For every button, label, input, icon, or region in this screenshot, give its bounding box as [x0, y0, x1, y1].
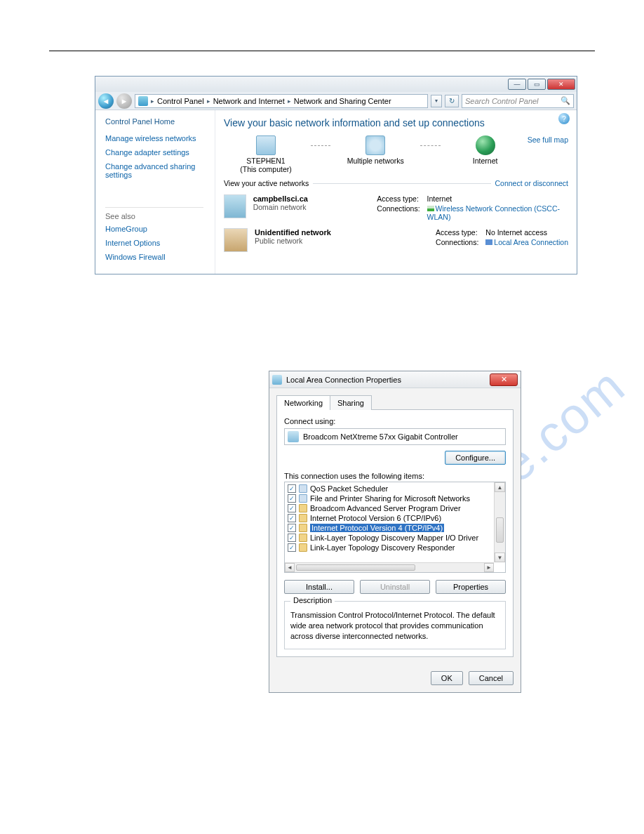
breadcrumb-item[interactable]: Network and Sharing Center: [294, 97, 391, 105]
breadcrumb-sep: ▸: [286, 98, 293, 105]
lan-properties-dialog: Local Area Connection Properties ✕ Netwo…: [269, 371, 521, 693]
checkbox[interactable]: ✓: [288, 534, 296, 542]
install-button[interactable]: Install...: [284, 580, 354, 594]
adapter-icon: [288, 431, 299, 442]
map-node-multiple: Multiple networks: [333, 135, 417, 165]
configure-button[interactable]: Configure...: [445, 451, 506, 465]
active-networks-header: View your active networks Connect or dis…: [224, 179, 568, 187]
see-also-link[interactable]: Internet Options: [105, 239, 215, 247]
connection-link[interactable]: Local Area Connection: [485, 238, 568, 246]
checkbox[interactable]: ✓: [288, 494, 296, 503]
search-input[interactable]: Search Control Panel 🔍: [462, 94, 574, 108]
access-type-label: Access type:: [377, 194, 420, 203]
list-item[interactable]: ✓Link-Layer Topology Discovery Mapper I/…: [286, 533, 492, 543]
sidebar-link[interactable]: Change adapter settings: [105, 148, 215, 157]
search-icon: 🔍: [561, 96, 570, 105]
domain-network-icon: [224, 194, 246, 218]
uninstall-button: Uninstall: [360, 580, 430, 594]
network-title: Unidentified network: [255, 228, 381, 237]
window-titlebar: — ▭ ✕: [95, 77, 577, 92]
network-title: campbellsci.ca: [253, 194, 370, 203]
public-network-icon: [224, 228, 248, 252]
items-label: This connection uses the following items…: [284, 472, 506, 480]
description-text: Transmission Control Protocol/Internet P…: [290, 610, 499, 642]
help-icon[interactable]: ?: [558, 113, 570, 124]
horizontal-scrollbar[interactable]: ◄ ►: [285, 562, 494, 572]
breadcrumb-item[interactable]: Control Panel: [157, 97, 204, 105]
see-also-link[interactable]: HomeGroup: [105, 225, 215, 233]
service-icon: [299, 484, 307, 493]
scroll-down-button[interactable]: ▼: [495, 552, 505, 562]
vertical-scrollbar[interactable]: ▲ ▼: [494, 482, 505, 562]
checkbox[interactable]: ✓: [288, 484, 296, 493]
items-list[interactable]: ✓QoS Packet Scheduler✓File and Printer S…: [285, 482, 494, 562]
nic-icon: [485, 239, 492, 245]
tab-networking[interactable]: Networking: [276, 395, 330, 410]
back-button[interactable]: ◄: [98, 93, 114, 109]
see-also-header: See also: [105, 207, 203, 220]
map-node-this-pc: STEPHEN1 (This computer): [224, 135, 308, 173]
description-group: Description Transmission Control Protoco…: [284, 601, 506, 649]
checkbox[interactable]: ✓: [288, 524, 296, 532]
close-button[interactable]: ✕: [490, 373, 518, 386]
search-placeholder: Search Control Panel: [465, 97, 539, 105]
see-full-map-link[interactable]: See full map: [528, 135, 568, 144]
adapter-field[interactable]: Broadcom NetXtreme 57xx Gigabit Controll…: [284, 428, 506, 445]
minimize-button[interactable]: —: [508, 79, 526, 90]
checkbox[interactable]: ✓: [288, 514, 296, 522]
network-row: Unidentified network Public network Acce…: [224, 228, 568, 252]
connection-link[interactable]: Wireless Network Connection (CSCC-WLAN): [427, 204, 568, 221]
list-item-label: File and Printer Sharing for Microsoft N…: [310, 494, 470, 503]
scroll-right-button[interactable]: ►: [484, 563, 494, 572]
breadcrumb-item[interactable]: Network and Internet: [213, 97, 285, 105]
checkbox[interactable]: ✓: [288, 543, 296, 552]
network-subtitle: Public network: [255, 237, 381, 245]
breadcrumb-sep: ▸: [206, 98, 212, 105]
map-connector: [420, 145, 440, 146]
internet-label: Internet: [473, 157, 498, 165]
list-item[interactable]: ✓Broadcom Advanced Server Program Driver: [286, 503, 492, 513]
computer-name: STEPHEN1: [246, 157, 285, 165]
connection-link-text: Local Area Connection: [494, 238, 568, 246]
refresh-button[interactable]: ↻: [445, 95, 459, 107]
protocol-icon: [299, 524, 307, 532]
scroll-left-button[interactable]: ◄: [285, 563, 295, 572]
dialog-footer: OK Cancel: [269, 664, 521, 692]
ok-button[interactable]: OK: [431, 671, 463, 685]
dialog-title: Local Area Connection Properties: [286, 376, 401, 384]
scroll-thumb[interactable]: [296, 564, 415, 571]
access-type-value: No Internet access: [485, 228, 568, 237]
list-item-label: Internet Protocol Version 4 (TCP/IPv4): [310, 524, 444, 532]
list-item[interactable]: ✓Internet Protocol Version 4 (TCP/IPv4): [286, 523, 492, 533]
control-panel-icon: [138, 96, 148, 106]
control-panel-home-link[interactable]: Control Panel Home: [105, 117, 215, 126]
address-bar: ◄ ► ▸ Control Panel ▸ Network and Intern…: [95, 92, 577, 110]
properties-button[interactable]: Properties: [436, 580, 506, 594]
access-type-value: Internet: [427, 194, 568, 203]
cancel-button[interactable]: Cancel: [469, 671, 514, 685]
active-networks-label: View your active networks: [224, 179, 309, 187]
forward-button[interactable]: ►: [116, 93, 132, 109]
see-also-link[interactable]: Windows Firewall: [105, 253, 215, 261]
scroll-up-button[interactable]: ▲: [495, 482, 505, 492]
breadcrumb-sep: ▸: [149, 98, 156, 105]
scroll-thumb[interactable]: [496, 517, 504, 543]
list-item[interactable]: ✓Internet Protocol Version 6 (TCP/IPv6): [286, 513, 492, 523]
close-button[interactable]: ✕: [547, 79, 575, 90]
maximize-button[interactable]: ▭: [528, 79, 546, 90]
tab-sharing[interactable]: Sharing: [330, 395, 372, 410]
section-rule: [313, 183, 490, 184]
list-item[interactable]: ✓Link-Layer Topology Discovery Responder: [286, 543, 492, 552]
protocol-icon: [299, 543, 307, 552]
list-item[interactable]: ✓QoS Packet Scheduler: [286, 484, 492, 494]
tab-strip: Networking Sharing: [276, 395, 514, 410]
sidebar-link[interactable]: Change advanced sharing settings: [105, 162, 215, 179]
nic-icon: [272, 375, 282, 385]
sidebar-link[interactable]: Manage wireless networks: [105, 134, 215, 143]
breadcrumb-dropdown[interactable]: ▾: [431, 95, 442, 107]
computer-sub: (This computer): [240, 165, 292, 173]
list-item[interactable]: ✓File and Printer Sharing for Microsoft …: [286, 494, 492, 503]
breadcrumb[interactable]: ▸ Control Panel ▸ Network and Internet ▸…: [135, 94, 428, 108]
checkbox[interactable]: ✓: [288, 504, 296, 512]
connect-disconnect-link[interactable]: Connect or disconnect: [495, 179, 568, 187]
